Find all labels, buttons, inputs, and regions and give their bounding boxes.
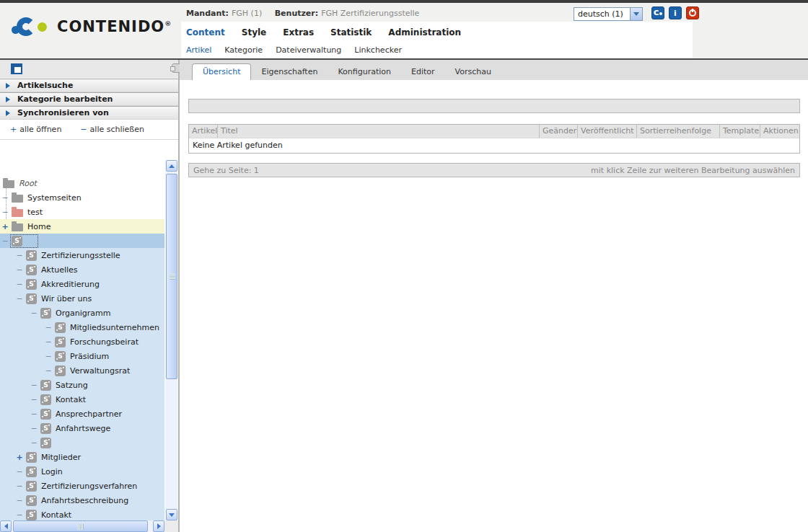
- sub-nav-artikel[interactable]: Artikel: [186, 45, 211, 55]
- language-dropdown-arrow-icon[interactable]: [630, 8, 642, 20]
- sidebar-section-synchronisieren-von[interactable]: Synchronisieren von: [0, 106, 178, 120]
- scroll-left-icon[interactable]: [0, 520, 12, 532]
- sidebar-section-artikelsuche[interactable]: Artikelsuche: [0, 79, 178, 92]
- collapse-icon[interactable]: −: [16, 265, 23, 275]
- info-icon[interactable]: i: [669, 6, 682, 19]
- sidebar-section-kategorie-bearbeiten[interactable]: Kategorie bearbeiten: [0, 92, 178, 106]
- goto-page-label[interactable]: Gehe zu Seite: 1: [193, 166, 259, 175]
- plus-icon: +: [10, 125, 17, 134]
- collapse-icon[interactable]: −: [1, 193, 9, 203]
- category-icon: S: [12, 236, 22, 247]
- collapse-icon[interactable]: −: [16, 496, 23, 505]
- tree-item-test[interactable]: −test: [0, 205, 164, 219]
- tree-item-anfahrtsbeschreibung[interactable]: −SAnfahrtsbeschreibung: [0, 493, 164, 507]
- collapse-icon[interactable]: −: [16, 294, 23, 303]
- tree-item-anfahrtswege[interactable]: −SAnfahrtswege: [0, 421, 164, 435]
- tree-item-label: Zertifizierungsstelle: [41, 251, 120, 260]
- contenido-icon[interactable]: c: [651, 6, 664, 19]
- language-select[interactable]: deutsch (1): [574, 7, 643, 21]
- tree-item-body: SAkkreditierung: [26, 279, 100, 290]
- tree-item-satzung[interactable]: −SSatzung: [0, 378, 164, 392]
- tree-item-organigramm[interactable]: −SOrganigramm: [0, 306, 164, 320]
- horizontal-scroll-thumb[interactable]: [13, 520, 148, 532]
- collapse-icon[interactable]: −: [45, 323, 52, 332]
- main-nav-extras[interactable]: Extras: [283, 27, 314, 37]
- scroll-down-icon[interactable]: [166, 509, 177, 520]
- category-icon: S: [55, 337, 66, 347]
- tree-item[interactable]: −S: [0, 435, 164, 450]
- tree-item-body: SWir über uns: [26, 293, 92, 304]
- main-nav-style[interactable]: Style: [242, 27, 266, 37]
- tree-item-login[interactable]: −SLogin: [0, 464, 164, 479]
- vertical-scroll-thumb[interactable]: [166, 174, 177, 379]
- sidebar-header: [0, 60, 178, 79]
- expand-icon[interactable]: +: [1, 222, 9, 231]
- category-icon: S: [26, 481, 37, 492]
- tree-item-zertifizierungsverfahren[interactable]: −SZertifizierungsverfahren: [0, 479, 164, 493]
- tree-item-label: Root: [19, 179, 37, 188]
- collapse-icon[interactable]: −: [45, 337, 52, 347]
- collapse-icon[interactable]: −: [30, 395, 38, 404]
- tree-item-mitglieder[interactable]: +SMitglieder: [0, 450, 164, 464]
- collapse-icon[interactable]: −: [30, 438, 38, 448]
- frames-toggle-icon[interactable]: [11, 63, 22, 74]
- column-header-template: Template: [720, 125, 760, 138]
- tree-item-zertifizierungsstelle[interactable]: −SZertifizierungsstelle: [0, 248, 164, 262]
- collapse-icon[interactable]: −: [16, 467, 23, 476]
- tree-item-verwaltungsrat[interactable]: −SVerwaltungsrat: [0, 363, 164, 378]
- tree-vertical-scrollbar[interactable]: [164, 160, 177, 520]
- tab-konfiguration[interactable]: Konfiguration: [328, 64, 401, 80]
- collapse-icon[interactable]: −: [16, 510, 23, 520]
- open-all-link[interactable]: +alle öffnen: [10, 125, 61, 134]
- collapse-icon[interactable]: −: [1, 208, 9, 217]
- sub-nav-linkchecker[interactable]: Linkchecker: [354, 45, 402, 55]
- collapse-icon[interactable]: −: [30, 309, 38, 318]
- collapse-icon[interactable]: −: [30, 409, 38, 419]
- main-nav-statistik[interactable]: Statistik: [330, 27, 372, 37]
- column-header-aktionen: Aktionen: [760, 125, 799, 138]
- tree-item-body: SForschungsbeirat: [55, 337, 139, 347]
- tree-item-label: Präsidium: [70, 352, 109, 361]
- collapse-icon[interactable]: −: [16, 482, 23, 491]
- expand-icon[interactable]: +: [16, 453, 23, 462]
- collapse-icon[interactable]: −: [1, 236, 9, 246]
- tree-item-systemseiten[interactable]: −Systemseiten: [0, 190, 164, 205]
- tree-item[interactable]: −S: [0, 234, 164, 248]
- collapse-icon[interactable]: −: [45, 352, 52, 361]
- collapse-icon[interactable]: −: [16, 251, 23, 260]
- main-nav-administration[interactable]: Administration: [388, 27, 461, 37]
- tree-item-präsidium[interactable]: −SPräsidium: [0, 349, 164, 363]
- tree-item-home[interactable]: +Home: [0, 219, 164, 234]
- collapse-icon[interactable]: −: [30, 381, 38, 390]
- tree-item-root[interactable]: Root: [0, 176, 164, 190]
- tree-item-forschungsbeirat[interactable]: −SForschungsbeirat: [0, 334, 164, 349]
- scroll-right-icon[interactable]: [153, 520, 164, 532]
- collapse-icon[interactable]: −: [30, 424, 38, 433]
- tree-item-label: Satzung: [56, 381, 88, 390]
- tree-horizontal-scrollbar[interactable]: [0, 520, 164, 532]
- tree-item-aktuelles[interactable]: −SAktuelles: [0, 262, 164, 277]
- tree-item-label: Systemseiten: [27, 193, 82, 203]
- tree-item-akkreditierung[interactable]: −SAkkreditierung: [0, 277, 164, 291]
- tab-übersicht[interactable]: Übersicht: [192, 63, 251, 80]
- collapse-icon[interactable]: −: [45, 366, 52, 376]
- tree-item-ansprechpartner[interactable]: −SAnsprechpartner: [0, 407, 164, 421]
- scroll-up-icon[interactable]: [166, 160, 177, 172]
- tab-vorschau[interactable]: Vorschau: [445, 64, 501, 80]
- tree-item-kontakt[interactable]: −SKontakt: [0, 392, 164, 407]
- tab-editor[interactable]: Editor: [401, 64, 445, 80]
- tree-item-mitgliedsunternehmen[interactable]: −SMitgliedsunternehmen: [0, 320, 164, 334]
- contenido-logo: CONTENIDO®: [12, 17, 172, 36]
- tree-item-wir-über-uns[interactable]: −SWir über uns: [0, 291, 164, 306]
- tree-item-kontakt[interactable]: −SKontakt: [0, 507, 164, 520]
- tab-eigenschaften[interactable]: Eigenschaften: [251, 64, 328, 80]
- category-icon: S: [55, 322, 66, 333]
- tree-item-body: Home: [12, 222, 50, 231]
- tree-item-body: SLogin: [26, 466, 63, 477]
- close-all-link[interactable]: −alle schließen: [80, 125, 144, 134]
- main-nav-content[interactable]: Content: [186, 27, 225, 37]
- sub-nav-kategorie[interactable]: Kategorie: [224, 45, 263, 55]
- logout-icon[interactable]: [686, 6, 699, 19]
- collapse-icon[interactable]: −: [16, 280, 23, 289]
- sub-nav-dateiverwaltung[interactable]: Dateiverwaltung: [276, 45, 341, 55]
